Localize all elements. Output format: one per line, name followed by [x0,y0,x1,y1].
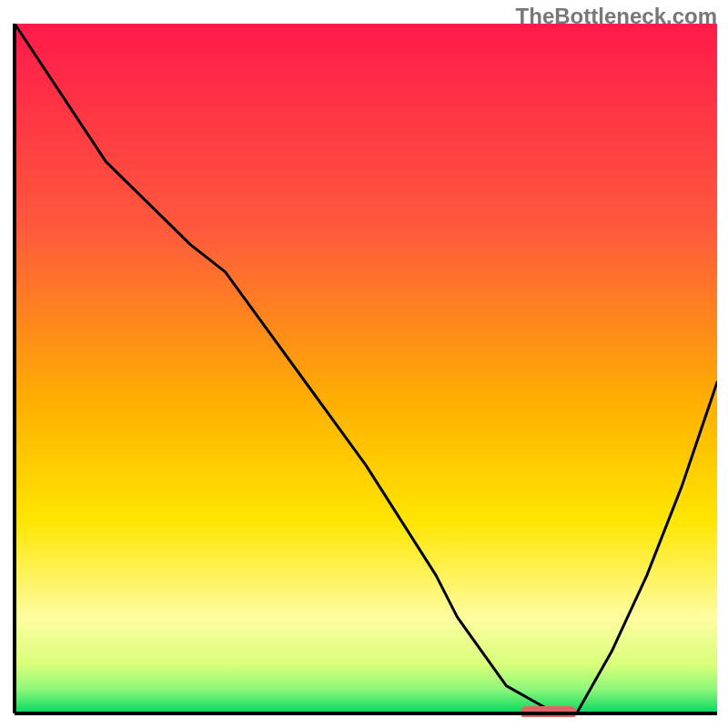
chart-container [11,24,717,717]
watermark-text: TheBottleneck.com [516,4,717,29]
bottleneck-chart [11,24,717,717]
svg-rect-0 [15,24,717,713]
